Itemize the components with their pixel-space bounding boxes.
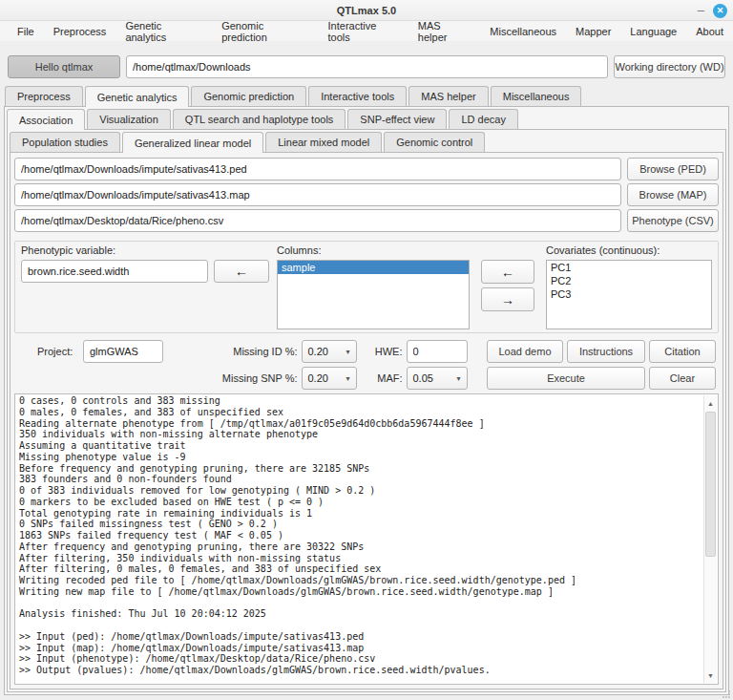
missing-snp-value: 0.20	[308, 372, 328, 384]
menu-preprocess[interactable]: Preprocess	[44, 24, 116, 39]
project-label: Project:	[37, 346, 79, 357]
menu-mas-helper[interactable]: MAS helper	[408, 18, 480, 45]
main-tab-bar: Preprocess Genetic analytics Genomic pre…	[5, 86, 729, 106]
move-left-arrow-button[interactable]: ←	[481, 260, 534, 284]
tab-linear-mixed-model[interactable]: Linear mixed model	[265, 132, 382, 152]
window-controls: – ✕	[698, 0, 727, 21]
execute-button[interactable]: Execute	[487, 367, 645, 390]
tab-visualization[interactable]: Visualization	[87, 109, 171, 129]
chevron-down-icon: ▾	[346, 348, 349, 356]
missing-snp-label: Missing SNP %:	[183, 372, 298, 384]
tab-snp-effect-view[interactable]: SNP-effect view	[347, 109, 447, 129]
phenotypic-variable-label: Phenotypic variable:	[21, 244, 269, 260]
chevron-down-icon: ▾	[346, 374, 349, 383]
phenotype-csv-button[interactable]: Phenotype (CSV)	[627, 209, 719, 232]
map-path-input[interactable]	[14, 183, 621, 206]
missing-id-dropdown[interactable]: 0.20 ▾	[302, 340, 357, 363]
association-tab-bar: Population studies Generalized linear mo…	[10, 132, 725, 152]
console-output-text: 0 cases, 0 controls and 383 missing 0 ma…	[15, 394, 718, 678]
tab-association[interactable]: Association	[7, 109, 85, 130]
covariates-listbox[interactable]: PC1 PC2 PC3	[546, 260, 712, 329]
missing-snp-dropdown[interactable]: 0.20 ▾	[302, 367, 357, 390]
phenotypic-variable-input[interactable]	[21, 260, 208, 283]
scroll-up-icon[interactable]: ▲	[704, 396, 717, 410]
covariates-label: Covariates (continuous):	[546, 244, 712, 260]
citation-button[interactable]: Citation	[649, 340, 716, 363]
missing-id-label: Missing ID %:	[183, 346, 298, 357]
maf-value: 0.05	[413, 372, 433, 384]
ped-file-row: Browse (PED)	[14, 158, 719, 180]
close-icon[interactable]: ✕	[713, 4, 727, 18]
glm-content-panel: Browse (PED) Browse (MAP) Phenotype (CSV…	[10, 152, 723, 689]
window-title: QTLmax 5.0	[337, 5, 396, 16]
tab-genomic-control[interactable]: Genomic control	[384, 132, 485, 152]
columns-listbox[interactable]: sample	[277, 260, 470, 329]
menu-about[interactable]: About	[686, 24, 733, 39]
tab-mas-helper[interactable]: MAS helper	[408, 86, 488, 106]
scroll-down-icon[interactable]: ▼	[704, 668, 717, 682]
menu-file[interactable]: File	[8, 24, 44, 39]
analysis-settings: Project: Missing ID %: 0.20 ▾ HWE: Load …	[37, 340, 716, 390]
load-demo-button[interactable]: Load demo	[487, 340, 563, 363]
menu-genomic-prediction[interactable]: Genomic prediction	[212, 18, 318, 45]
menu-genetic-analytics[interactable]: Genetic analytics	[115, 18, 212, 45]
menu-interactive-tools[interactable]: Interactive tools	[319, 18, 408, 45]
list-item[interactable]: PC2	[547, 274, 711, 287]
columns-label: Columns:	[277, 244, 470, 260]
tab-miscellaneous[interactable]: Miscellaneous	[491, 86, 582, 106]
working-directory-button[interactable]: Working directory (WD)	[614, 55, 725, 78]
phenotype-file-row: Phenotype (CSV)	[14, 209, 719, 232]
tab-genomic-prediction[interactable]: Genomic prediction	[191, 86, 306, 106]
list-item[interactable]: PC3	[547, 287, 711, 301]
instructions-button[interactable]: Instructions	[567, 340, 645, 363]
menu-miscellaneous[interactable]: Miscellaneous	[480, 24, 566, 39]
maf-label: MAF:	[361, 372, 403, 384]
tab-interactive-tools[interactable]: Interactive tools	[308, 86, 407, 106]
analysis-log-console[interactable]: 0 cases, 0 controls and 383 missing 0 ma…	[14, 393, 719, 685]
hello-user-button[interactable]: Hello qtlmax	[8, 55, 120, 78]
working-directory-input[interactable]	[126, 55, 608, 78]
title-bar[interactable]: QTLmax 5.0 – ✕	[0, 0, 733, 21]
tab-preprocess[interactable]: Preprocess	[5, 86, 83, 106]
minimize-icon[interactable]: –	[698, 6, 704, 15]
menu-language[interactable]: Language	[620, 24, 686, 39]
move-right-arrow-button[interactable]: →	[481, 287, 534, 311]
association-panel: Population studies Generalized linear mo…	[7, 129, 726, 692]
working-directory-row: Hello qtlmax Working directory (WD)	[8, 55, 725, 78]
map-file-row: Browse (MAP)	[14, 183, 719, 206]
menu-bar: File Preprocess Genetic analytics Genomi…	[0, 21, 733, 41]
genetic-analytics-panel: Association Visualization QTL search and…	[4, 106, 729, 695]
ped-path-input[interactable]	[14, 158, 621, 180]
tab-population-studies[interactable]: Population studies	[10, 132, 120, 152]
browse-map-button[interactable]: Browse (MAP)	[627, 183, 719, 206]
console-scrollbar[interactable]: ▲ ▼	[703, 395, 717, 683]
list-item[interactable]: sample	[278, 261, 469, 274]
hwe-input[interactable]	[407, 340, 468, 363]
analytics-tab-bar: Association Visualization QTL search and…	[7, 109, 728, 129]
menu-mapper[interactable]: Mapper	[566, 24, 620, 39]
tab-ld-decay[interactable]: LD decay	[449, 109, 517, 129]
missing-id-value: 0.20	[308, 346, 328, 357]
clear-button[interactable]: Clear	[649, 367, 716, 390]
list-item[interactable]: PC1	[547, 261, 711, 274]
tab-generalized-linear-model[interactable]: Generalized linear model	[122, 132, 263, 153]
maf-dropdown[interactable]: 0.05 ▾	[407, 367, 468, 390]
chevron-down-icon: ▾	[456, 374, 460, 383]
assign-phenotype-arrow-left-button[interactable]: ←	[214, 260, 269, 283]
tab-qtl-search-haplotype[interactable]: QTL search and haplotype tools	[173, 109, 346, 129]
browse-ped-button[interactable]: Browse (PED)	[627, 158, 719, 180]
project-input[interactable]	[83, 340, 163, 363]
phenotype-path-input[interactable]	[14, 209, 621, 232]
scrollbar-thumb[interactable]	[705, 412, 716, 557]
hwe-label: HWE:	[361, 346, 403, 357]
tab-genetic-analytics[interactable]: Genetic analytics	[85, 86, 190, 107]
app-window: QTLmax 5.0 – ✕ File Preprocess Genetic a…	[0, 0, 733, 700]
phenotype-selection-group: Phenotypic variable: ← Columns: sample	[14, 241, 719, 333]
